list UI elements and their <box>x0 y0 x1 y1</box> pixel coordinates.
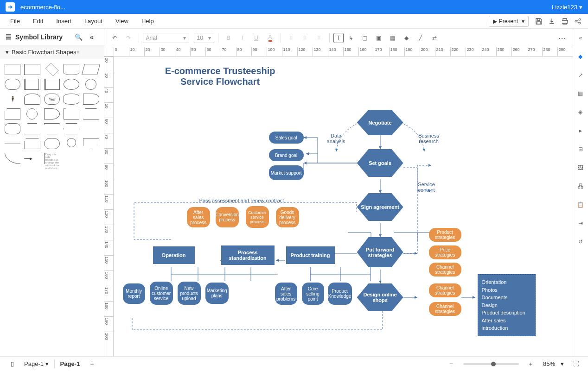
menu-file[interactable]: File <box>4 15 26 27</box>
zoom-value[interactable]: 85% <box>543 360 555 367</box>
shape-delay[interactable] <box>44 108 60 119</box>
bold-button[interactable]: B <box>222 31 235 44</box>
shape-manual[interactable] <box>64 108 79 119</box>
tree-panel-icon[interactable]: 品 <box>575 181 586 192</box>
present-button[interactable]: ▶Present▾ <box>489 16 529 27</box>
undo-button[interactable]: ↶ <box>108 31 121 44</box>
page-tab[interactable]: Page-1 <box>60 360 80 367</box>
grid-panel-icon[interactable]: ▦ <box>575 88 586 99</box>
underline-button[interactable]: U <box>250 31 263 44</box>
fullscreen-button[interactable]: ⛶ <box>571 359 581 369</box>
shape-connector[interactable] <box>85 79 96 90</box>
shape-tape[interactable] <box>5 123 20 134</box>
node-putforward[interactable]: Put forward strategies <box>357 237 403 267</box>
font-select[interactable]: Arial▾ <box>143 33 189 43</box>
add-page-button[interactable]: ＋ <box>87 359 96 369</box>
node-chanstrat[interactable]: Channel strategies <box>429 263 461 277</box>
node-aftersales[interactable]: After sales process <box>187 207 210 227</box>
shape-trap[interactable] <box>24 123 40 134</box>
arrow-style-button[interactable]: ⇄ <box>428 31 441 44</box>
shape-actor2[interactable] <box>24 94 40 105</box>
shape-empty[interactable] <box>83 123 99 134</box>
size-select[interactable]: 10▾ <box>194 33 214 43</box>
shape-data[interactable] <box>82 64 101 75</box>
node-market[interactable]: Market support <box>269 165 304 180</box>
collapse-icon[interactable]: « <box>87 32 96 42</box>
node-training[interactable]: Product training <box>286 246 335 264</box>
zoom-slider[interactable] <box>463 363 519 365</box>
shape-prep[interactable] <box>64 123 79 134</box>
save-icon[interactable] <box>534 17 543 26</box>
export-panel-icon[interactable]: ↗ <box>575 69 586 81</box>
node-sign[interactable]: Sign agreement <box>357 193 403 221</box>
shape-small[interactable] <box>67 138 76 147</box>
menu-help[interactable]: Help <box>135 15 160 27</box>
slide-panel-icon[interactable]: ▸ <box>575 125 586 136</box>
print-icon[interactable] <box>560 17 569 26</box>
outline-icon[interactable]: ▯ <box>7 359 17 369</box>
indent-panel-icon[interactable]: ⇥ <box>575 218 586 229</box>
italic-button[interactable]: I <box>236 31 249 44</box>
node-prodstrat[interactable]: Product strategies <box>429 228 461 242</box>
close-icon[interactable]: × <box>76 49 80 56</box>
node-setgoals[interactable]: Set goals <box>357 149 403 177</box>
shape-decision[interactable] <box>45 63 58 76</box>
shape-yes[interactable]: Yes <box>44 94 60 105</box>
node-marketing[interactable]: Marketing plans <box>205 283 229 304</box>
ungroup-button[interactable]: ▤ <box>386 31 399 44</box>
group-button[interactable]: ▣ <box>372 31 385 44</box>
node-prodknow[interactable]: Product Knowledge <box>328 283 352 305</box>
shape-card[interactable] <box>5 108 20 119</box>
node-newprod[interactable]: New products upload <box>178 282 201 305</box>
align-left-button[interactable]: ≡ <box>285 31 298 44</box>
data-panel-icon[interactable]: ⊟ <box>575 144 586 155</box>
shape-ellipse[interactable] <box>64 79 79 90</box>
shape-arrow[interactable]: —▸ <box>24 153 40 164</box>
node-pricestrat[interactable]: Price strategies <box>429 245 461 259</box>
zoom-in-button[interactable]: ＋ <box>526 359 536 369</box>
node-aftersales2[interactable]: After sales problems <box>275 283 297 305</box>
shape-trap2[interactable] <box>44 123 60 134</box>
shape-database[interactable] <box>64 94 79 105</box>
node-customer[interactable]: Customer service process <box>246 206 269 228</box>
shape-circle[interactable] <box>26 108 38 119</box>
node-salesgoal[interactable]: Sales goal <box>269 132 304 144</box>
share-icon[interactable] <box>573 17 582 26</box>
search-icon[interactable]: 🔍 <box>74 32 83 42</box>
line-button[interactable]: ╱ <box>414 31 427 44</box>
align-center-button[interactable]: ≡ <box>299 31 312 44</box>
shape-document[interactable] <box>64 64 79 75</box>
expand-icon[interactable]: « <box>575 32 586 44</box>
clipboard-panel-icon[interactable]: 📋 <box>575 199 586 210</box>
node-online[interactable]: Online customer service <box>150 282 173 305</box>
node-process[interactable]: Process standardization <box>221 245 275 265</box>
shape-process2[interactable] <box>24 64 40 75</box>
shape-offpage2[interactable] <box>83 138 99 149</box>
text-tool-button[interactable]: T <box>333 33 344 43</box>
shape-terminator[interactable] <box>5 79 20 90</box>
node-operation[interactable]: Operation <box>153 246 195 264</box>
redo-button[interactable]: ↷ <box>122 31 135 44</box>
node-core[interactable]: Core selling point <box>302 283 324 305</box>
download-icon[interactable] <box>547 17 556 26</box>
fill-panel-icon[interactable]: ◆ <box>575 51 586 62</box>
menu-edit[interactable]: Edit <box>26 15 50 27</box>
node-chanstrat2[interactable]: Channel strategies <box>429 283 461 297</box>
shape-button[interactable]: ▢ <box>358 31 371 44</box>
menu-view[interactable]: View <box>109 15 135 27</box>
connector-button[interactable]: ↳ <box>345 31 358 44</box>
text-color-button[interactable]: A <box>264 31 277 44</box>
node-chanstrat3[interactable]: Channel strategies <box>429 302 461 316</box>
category-header[interactable]: ▾ Basic Flowchart Shapes × <box>0 45 104 59</box>
image-panel-icon[interactable]: 🖼 <box>575 162 586 173</box>
align-dist-button[interactable]: ≡ <box>313 31 326 44</box>
shape-pill[interactable] <box>44 138 60 149</box>
user-menu[interactable]: Lizzie123▾ <box>552 4 582 11</box>
shape-predefined[interactable] <box>24 79 40 90</box>
shape-line[interactable] <box>5 144 20 144</box>
layers-panel-icon[interactable]: ◈ <box>575 107 586 118</box>
canvas[interactable]: E-commerce Trusteeship Service Flowchart… <box>114 57 573 356</box>
shape-display[interactable] <box>83 94 99 105</box>
node-negotiate[interactable]: Negotiate <box>357 110 403 135</box>
page-dropdown[interactable]: Page-1 ▾ <box>24 360 49 367</box>
